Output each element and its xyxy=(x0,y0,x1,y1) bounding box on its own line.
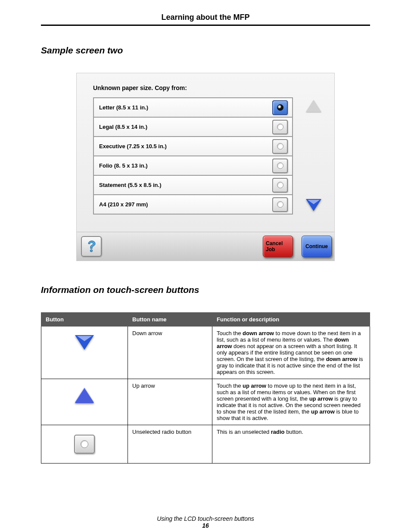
section-heading-info: Information on touch-screen buttons xyxy=(41,285,370,295)
screen-bottom-bar: Cancel Job Continue xyxy=(77,232,334,261)
continue-button[interactable]: Continue xyxy=(302,236,332,257)
button-icon-cell xyxy=(41,425,128,464)
sample-screen-panel: Unknown paper size. Copy from: Letter (8… xyxy=(76,73,335,261)
option-label: Letter (8.5 x 11 in.) xyxy=(99,104,148,111)
help-button[interactable] xyxy=(81,236,102,257)
button-desc-cell: This is an unselected radio button. xyxy=(212,425,370,464)
list-item[interactable]: Letter (8.5 x 11 in.) xyxy=(94,98,293,118)
radio-unselected-icon[interactable] xyxy=(272,159,288,173)
option-label: A4 (210 x 297 mm) xyxy=(99,201,148,208)
up-arrow-icon xyxy=(75,388,94,402)
radio-selected-icon[interactable] xyxy=(272,100,288,115)
up-arrow-icon xyxy=(306,100,321,112)
button-desc-cell: Touch the down arrow to move down to the… xyxy=(212,327,370,379)
table-row: Down arrow Touch the down arrow to move … xyxy=(41,327,370,379)
col-header-desc: Function or description xyxy=(212,313,370,327)
down-arrow-icon xyxy=(75,335,94,350)
list-item[interactable]: A4 (210 x 297 mm) xyxy=(94,195,293,215)
radio-unselected-icon xyxy=(74,435,95,454)
table-row: Up arrow Touch the up arrow to move up t… xyxy=(41,379,370,425)
footer-caption: Using the LCD touch-screen buttons xyxy=(41,515,370,522)
help-icon xyxy=(85,240,97,253)
table-row: Unselected radio button This is an unsel… xyxy=(41,425,370,464)
list-item[interactable]: Executive (7.25 x 10.5 in.) xyxy=(94,137,293,156)
button-desc-cell: Touch the up arrow to move up to the nex… xyxy=(212,379,370,425)
col-header-button: Button xyxy=(41,313,128,327)
col-header-name: Button name xyxy=(128,313,212,327)
section-heading-sample: Sample screen two xyxy=(41,45,370,56)
list-item[interactable]: Statement (5.5 x 8.5 in.) xyxy=(94,176,293,195)
option-label: Statement (5.5 x 8.5 in.) xyxy=(99,182,162,188)
radio-unselected-icon[interactable] xyxy=(272,120,288,134)
svg-point-0 xyxy=(90,249,92,252)
button-name-cell: Down arrow xyxy=(128,327,212,379)
button-icon-cell xyxy=(41,327,128,379)
list-item[interactable]: Folio (8. 5 x 13 in.) xyxy=(94,156,293,176)
paper-size-list: Letter (8.5 x 11 in.) Legal (8.5 x 14 in… xyxy=(93,97,293,215)
radio-unselected-icon[interactable] xyxy=(272,197,288,212)
button-name-cell: Up arrow xyxy=(128,379,212,425)
button-name-cell: Unselected radio button xyxy=(128,425,212,464)
screen-caption: Unknown paper size. Copy from: xyxy=(93,84,327,91)
option-label: Executive (7.25 x 10.5 in.) xyxy=(99,143,167,149)
option-label: Legal (8.5 x 14 in.) xyxy=(99,124,147,130)
radio-unselected-icon[interactable] xyxy=(272,178,288,193)
radio-unselected-icon[interactable] xyxy=(272,139,288,154)
list-item[interactable]: Legal (8.5 x 14 in.) xyxy=(94,118,293,137)
page-header: Learning about the MFP xyxy=(41,13,370,26)
button-icon-cell xyxy=(41,379,128,425)
option-label: Folio (8. 5 x 13 in.) xyxy=(99,162,148,169)
down-arrow-icon[interactable] xyxy=(306,199,321,211)
page-number: 16 xyxy=(41,522,370,529)
button-info-table: Button Button name Function or descripti… xyxy=(41,312,370,464)
page-footer: Using the LCD touch-screen buttons 16 xyxy=(41,515,370,529)
cancel-job-button[interactable]: Cancel Job xyxy=(263,236,293,257)
